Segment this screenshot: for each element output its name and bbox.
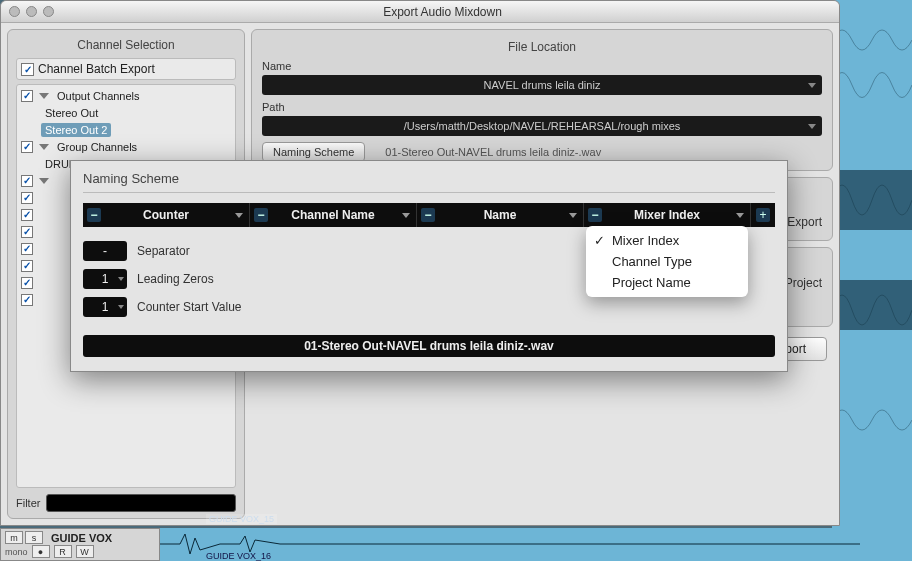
naming-preview: 01-Stereo Out-NAVEL drums leila diniz-.w… <box>385 146 601 158</box>
naming-fields-row: − Counter − Channel Name − Name − Mixer … <box>83 203 775 227</box>
naming-field-add[interactable]: + <box>751 203 775 227</box>
tree-stereo-out-2[interactable]: Stereo Out 2 <box>17 121 235 138</box>
svg-rect-2 <box>832 280 912 330</box>
checkbox[interactable] <box>21 277 33 289</box>
naming-field-channel-name[interactable]: − Channel Name <box>250 203 417 227</box>
checkbox[interactable] <box>21 226 33 238</box>
record-button[interactable]: ● <box>32 545 50 558</box>
titlebar[interactable]: Export Audio Mixdown <box>1 1 839 23</box>
divider <box>83 192 775 193</box>
read-button[interactable]: R <box>54 545 72 558</box>
file-location-panel: File Location Name NAVEL drums leila din… <box>251 29 833 171</box>
channel-batch-export-label: Channel Batch Export <box>38 62 155 76</box>
dropdown-item-mixer-index[interactable]: Mixer Index <box>586 230 748 251</box>
tree-stereo-out[interactable]: Stereo Out <box>17 104 235 121</box>
dropdown-item-project-name[interactable]: Project Name <box>586 272 748 293</box>
track-body[interactable]: GUIDE VOX_15 GUIDE VOX_16 <box>160 528 912 561</box>
disclosure-icon[interactable] <box>39 144 49 150</box>
svg-rect-1 <box>832 170 912 230</box>
naming-field-mixer-index[interactable]: − Mixer Index <box>584 203 751 227</box>
write-button[interactable]: W <box>76 545 94 558</box>
tree-group-channels[interactable]: Group Channels <box>17 138 235 155</box>
track-mono-label: mono <box>5 547 28 557</box>
zoom-icon[interactable] <box>43 6 54 17</box>
remove-icon[interactable]: − <box>588 208 602 222</box>
channel-batch-export-row[interactable]: Channel Batch Export <box>16 58 236 80</box>
remove-icon[interactable]: − <box>254 208 268 222</box>
filter-label: Filter <box>16 497 40 509</box>
naming-field-counter[interactable]: − Counter <box>83 203 250 227</box>
naming-scheme-button[interactable]: Naming Scheme <box>262 142 365 162</box>
track-header[interactable]: m s GUIDE VOX mono ● R W <box>0 528 160 561</box>
solo-button[interactable]: s <box>25 531 43 544</box>
checkbox[interactable] <box>21 192 33 204</box>
minimize-icon[interactable] <box>26 6 37 17</box>
separator-label: Separator <box>137 244 190 258</box>
channel-batch-export-checkbox[interactable] <box>21 63 34 76</box>
waveform-icon <box>160 528 912 561</box>
track-name: GUIDE VOX <box>51 532 112 544</box>
filter-input[interactable] <box>46 494 236 512</box>
dropdown-icon[interactable] <box>402 213 410 218</box>
dropdown-icon[interactable] <box>736 213 744 218</box>
window-controls <box>9 6 54 17</box>
channel-selection-header: Channel Selection <box>16 36 236 58</box>
tree-output-channels[interactable]: Output Channels <box>17 87 235 104</box>
svg-rect-0 <box>832 0 912 528</box>
checkbox[interactable] <box>21 175 33 187</box>
mute-button[interactable]: m <box>5 531 23 544</box>
remove-icon[interactable]: − <box>421 208 435 222</box>
path-label: Path <box>262 101 822 113</box>
naming-field-name[interactable]: − Name <box>417 203 584 227</box>
dropdown-icon[interactable] <box>569 213 577 218</box>
leading-zeros-label: Leading Zeros <box>137 272 214 286</box>
leading-zeros-field[interactable]: 1 <box>83 269 127 289</box>
naming-scheme-title: Naming Scheme <box>83 171 775 186</box>
window-title: Export Audio Mixdown <box>54 5 831 19</box>
checkbox[interactable] <box>21 209 33 221</box>
dropdown-item-channel-type[interactable]: Channel Type <box>586 251 748 272</box>
clip-label-2: GUIDE VOX_16 <box>206 551 271 561</box>
counter-start-label: Counter Start Value <box>137 300 242 314</box>
separator-field[interactable]: - <box>83 241 127 261</box>
filter-row: Filter <box>16 494 236 512</box>
name-field[interactable]: NAVEL drums leila diniz <box>262 75 822 95</box>
dropdown-icon[interactable] <box>808 124 816 129</box>
disclosure-icon[interactable] <box>39 178 49 184</box>
path-field[interactable]: /Users/matth/Desktop/NAVEL/REHEARSAL/rou… <box>262 116 822 136</box>
checkbox[interactable] <box>21 90 33 102</box>
track-strip: m s GUIDE VOX mono ● R W GUIDE VOX_15 GU… <box>0 528 912 561</box>
checkbox[interactable] <box>21 243 33 255</box>
checkbox[interactable] <box>21 260 33 272</box>
dropdown-icon[interactable] <box>118 305 124 309</box>
remove-icon[interactable]: − <box>87 208 101 222</box>
dropdown-icon[interactable] <box>118 277 124 281</box>
disclosure-icon[interactable] <box>39 93 49 99</box>
field-dropdown[interactable]: Mixer Index Channel Type Project Name <box>586 226 748 297</box>
clip-label: GUIDE VOX_15 <box>206 514 277 524</box>
add-icon[interactable]: + <box>756 208 770 222</box>
close-icon[interactable] <box>9 6 20 17</box>
dropdown-icon[interactable] <box>808 83 816 88</box>
dropdown-icon[interactable] <box>235 213 243 218</box>
checkbox[interactable] <box>21 141 33 153</box>
naming-output: 01-Stereo Out-NAVEL drums leila diniz-.w… <box>83 335 775 357</box>
name-label: Name <box>262 60 822 72</box>
counter-start-field[interactable]: 1 <box>83 297 127 317</box>
checkbox[interactable] <box>21 294 33 306</box>
file-location-header: File Location <box>262 38 822 60</box>
